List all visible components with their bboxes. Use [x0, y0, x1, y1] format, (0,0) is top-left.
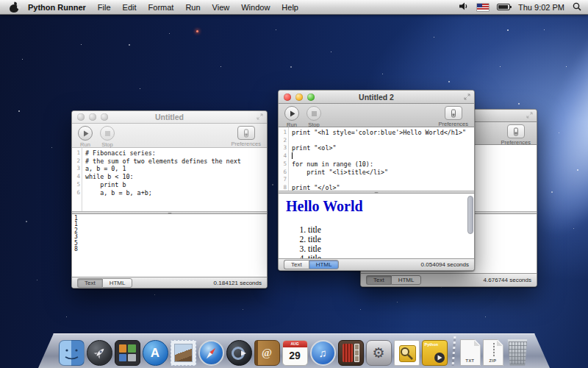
desktop: Python Runner File Edit Format Run View …: [0, 0, 588, 368]
dock-separator: [451, 336, 456, 366]
spotlight-icon[interactable]: [573, 2, 581, 13]
dock-item-system-preferences-icon[interactable]: ⚙: [366, 340, 392, 366]
minimize-button[interactable]: [295, 93, 303, 101]
status-bar: Text HTML 4.676744 seconds: [361, 273, 537, 286]
output-list-item: title: [308, 235, 467, 244]
run-button[interactable]: [284, 106, 299, 121]
scrollbar-thumb[interactable]: [467, 196, 473, 234]
output-heading: Hello World: [286, 198, 467, 215]
dock-item-photos-app-icon[interactable]: [115, 340, 140, 366]
menu-file[interactable]: File: [98, 3, 111, 12]
preferences-label: Preferences: [232, 141, 261, 147]
dock-item-finder-icon[interactable]: [59, 340, 85, 366]
zoom-button[interactable]: [307, 93, 315, 101]
title-bar[interactable]: Untitled 2: [279, 91, 474, 104]
segment-text[interactable]: Text: [77, 278, 102, 288]
menu-help[interactable]: Help: [282, 3, 298, 12]
run-label: Run: [80, 141, 90, 148]
app-menu-title[interactable]: Python Runner: [28, 3, 86, 12]
segment-html[interactable]: HTML: [102, 278, 133, 288]
output-mode-switcher: Text HTML: [77, 278, 132, 288]
menu-bar-clock[interactable]: Thu 9:02 PM: [518, 3, 564, 12]
volume-icon[interactable]: [459, 2, 469, 12]
segment-html[interactable]: HTML: [391, 275, 422, 285]
output-list-item: title: [308, 225, 467, 235]
close-button[interactable]: [77, 113, 85, 121]
apple-menu-icon[interactable]: [10, 2, 19, 13]
preferences-label: Preferences: [439, 121, 468, 127]
toolbar: Run Stop Preferences: [72, 124, 267, 148]
code-text[interactable]: print "<h1 style='color:blue'>Hello Worl…: [292, 129, 474, 191]
elapsed-time: 0.184121 seconds: [214, 280, 262, 286]
dock-item-zip-file-icon[interactable]: ZIP: [483, 339, 503, 366]
dock-item-txt-file-icon[interactable]: TXT: [460, 339, 481, 366]
title-bar[interactable]: Untitled: [72, 111, 267, 124]
status-bar: Text HTML 0.054094 seconds: [279, 258, 474, 270]
zoom-button[interactable]: [101, 113, 108, 121]
code-editor[interactable]: 1 2 3 4 5 6 7 8 print "<h1 style='color:…: [279, 127, 474, 191]
window-title: Untitled 2: [359, 93, 394, 102]
segment-text[interactable]: Text: [366, 275, 391, 285]
output-list-item: title: [308, 244, 467, 254]
line-numbers: 1 2 3 4 5 6 7 8: [279, 127, 289, 191]
elapsed-time: 4.676744 seconds: [484, 277, 531, 283]
stop-button[interactable]: [100, 126, 115, 141]
preferences-button[interactable]: [445, 106, 462, 120]
menu-run[interactable]: Run: [185, 3, 200, 12]
line-numbers: 1 2 3 4 5 6: [72, 148, 82, 211]
text-caret: [292, 152, 293, 159]
menu-format[interactable]: Format: [148, 3, 174, 12]
status-bar: Text HTML 0.184121 seconds: [72, 277, 267, 288]
dock-item-python-document-icon[interactable]: Python: [422, 340, 448, 366]
text-output: 1 1 2 3 5 8: [72, 214, 267, 252]
window-untitled-2: Untitled 2 Run Stop Preferences 1 2 3 4 …: [278, 90, 475, 271]
output-list-item: title: [308, 254, 467, 258]
dock: A @ AUG29 ♫ ⚙ Python TXT ZIP: [44, 332, 544, 366]
html-output: Hello World titletitletitletitletitletit…: [279, 194, 474, 258]
run-button[interactable]: [78, 126, 93, 141]
dock-item-itunes-icon[interactable]: ♫: [310, 340, 336, 366]
dock-item-photo-booth-icon[interactable]: [338, 340, 364, 366]
output-ordered-list: titletitletitletitletitletitle: [308, 225, 467, 258]
dock-item-app-store-icon[interactable]: A: [143, 340, 168, 366]
dock-item-search-utility-icon[interactable]: [394, 340, 420, 366]
elapsed-time: 0.054094 seconds: [421, 261, 469, 268]
menu-bar: Python Runner File Edit Format Run View …: [0, 0, 588, 15]
toolbar: Run Stop Preferences: [279, 104, 474, 127]
battery-icon[interactable]: [497, 4, 510, 10]
dock-item-trash-icon[interactable]: [506, 339, 530, 366]
output-mode-switcher: Text HTML: [366, 275, 421, 285]
code-editor[interactable]: 1 2 3 4 5 6 # Fibonacci series: # the su…: [72, 148, 267, 211]
code-text[interactable]: # Fibonacci series: # the sum of two ele…: [85, 149, 267, 197]
output-pane[interactable]: Hello World titletitletitletitletitletit…: [279, 194, 474, 258]
window-title: Untitled: [155, 113, 184, 121]
minimize-button[interactable]: [89, 113, 96, 121]
dock-item-python-runner-icon[interactable]: [87, 340, 112, 366]
segment-html[interactable]: HTML: [309, 260, 340, 269]
window-untitled: Untitled Run Stop Preferences 1 2 3 4 5 …: [71, 110, 268, 289]
dock-item-mail-icon[interactable]: [171, 340, 196, 366]
output-mode-switcher: Text HTML: [284, 260, 339, 269]
segment-text[interactable]: Text: [284, 260, 309, 269]
dock-item-address-book-icon[interactable]: @: [254, 340, 280, 366]
stop-label: Stop: [101, 141, 112, 148]
menu-view[interactable]: View: [212, 3, 230, 12]
fullscreen-icon[interactable]: [257, 113, 263, 121]
preferences-button[interactable]: [507, 124, 525, 138]
dock-item-safari-icon[interactable]: [198, 340, 224, 366]
close-button[interactable]: [284, 93, 291, 101]
fullscreen-icon[interactable]: [464, 93, 470, 102]
menu-edit[interactable]: Edit: [123, 3, 137, 12]
dock-item-ical-icon[interactable]: AUG29: [282, 340, 308, 366]
preferences-button[interactable]: [237, 126, 255, 140]
dock-item-quicktime-icon[interactable]: [226, 340, 252, 366]
input-source-flag-icon[interactable]: [477, 4, 489, 11]
stop-button[interactable]: [306, 106, 321, 121]
menu-window[interactable]: Window: [241, 3, 270, 12]
fullscreen-icon[interactable]: [526, 111, 533, 120]
output-pane[interactable]: 1 1 2 3 5 8: [72, 214, 267, 277]
